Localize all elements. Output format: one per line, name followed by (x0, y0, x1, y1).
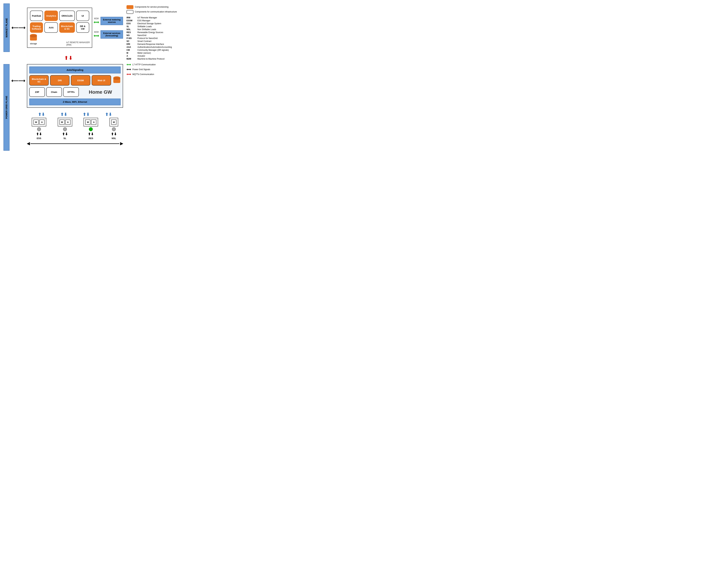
m2m-row-2: M2M ⟺ External services (forecasting) (94, 30, 123, 38)
device-m-res: M (85, 120, 90, 125)
hgw-essm: ESSM (71, 75, 90, 85)
device-circle-sl (63, 127, 67, 131)
device-box-ess: M A (32, 118, 46, 127)
device-box-nsl: M (109, 118, 118, 127)
abbr-sc: SC (127, 40, 136, 43)
def-aaa: AuthenticationAutorizationAccounting (137, 46, 179, 48)
blue-arrows-row: ⬆⬇ ⬆⬇ ⬆⬇ ⬆⬇ (27, 112, 123, 117)
hgw-blockchain: Blockchain & SC (29, 75, 49, 85)
legend-green-arrow: ⟺ (127, 63, 131, 67)
def-dri: Demand-Response Interface (137, 43, 179, 45)
legend-comm-section: ⟺ L7 HTTP Communication ⟺ Power Grid Sig… (127, 63, 179, 76)
m2m-label-1: M2M (94, 17, 99, 20)
irm-box-oracles: ORACLES (59, 10, 75, 21)
irm-box-pubsub: Pub/Sub (30, 10, 43, 21)
red-arrow-container: ⬆⬇ (14, 55, 123, 61)
irm-box-ui: UI (76, 10, 89, 21)
market-main-row: Pub/Sub Analytics ORACLES UI Trading Sof… (27, 8, 123, 48)
market-arrow: ⟵⟶ (11, 25, 25, 31)
devices-section: ⬆⬇ ⬆⬇ ⬆⬇ ⬆⬇ M A (27, 112, 123, 146)
device-unit-ess: M A ⬆⬇ ESS (32, 118, 46, 140)
def-m2m: Machine-to-Machine Protocol (137, 58, 179, 60)
abbr-dri: DRI (127, 43, 136, 45)
lower-zip: Z/IP (29, 87, 45, 97)
def-ng: NanoGrid (137, 34, 179, 36)
blue-arrow-3: ⬆⬇ (83, 112, 89, 117)
device-a-ess: A (39, 120, 45, 125)
market-plane-label: MARKET PLANE (3, 3, 10, 52)
arrow-right-head: ▶ (120, 141, 123, 146)
device-circle-nsl (112, 127, 116, 131)
device-m-ess: M (33, 120, 38, 125)
abbr-m: M (127, 52, 136, 54)
def-a: Actuator (137, 55, 179, 57)
abbr-irm: IRM (127, 17, 136, 19)
m2m-row-1: M2M ⟺ External metering sources (94, 17, 123, 25)
legend-red-arrow: ⟺ (127, 72, 131, 76)
def-sc: Smart Contract (137, 40, 179, 43)
legend-power-label: Power Grid Signals (132, 68, 150, 71)
device-m-nsl: M (111, 120, 116, 125)
device-arrows-sl: ⬆⬇ (62, 132, 68, 136)
power-plane-content: AAA/Signaling Blockchain & SC DRI ESSM W… (27, 64, 123, 146)
device-arrows-nsl: ⬆⬇ (111, 132, 117, 136)
m2m-label-2: M2M (94, 31, 99, 33)
power-plane-label: POWER GRID PLANE (3, 64, 9, 151)
storage-cylinder (30, 35, 37, 41)
market-plane-section: MARKET PLANE ⟵⟶ Pub/Sub Analytics ORACLE… (3, 3, 123, 52)
blue-arrow-2: ⬆⬇ (60, 112, 67, 117)
arrow-left-head: ◀ (27, 141, 30, 146)
device-label-ess: ESS (37, 137, 41, 140)
abbr-essm: ESSM (127, 19, 136, 22)
abbr-ng: NG (127, 34, 136, 36)
legend-white-swatch (127, 10, 133, 14)
irm-box-analytics: Analytics (44, 10, 58, 21)
def-essm: ESS Manager (137, 19, 179, 22)
device-unit-nsl: M ⬆⬇ NSL (109, 118, 118, 140)
device-label-res: RES (88, 137, 93, 140)
device-box-sl: M A (58, 118, 72, 127)
right-legend: Components for service provisioning Comp… (127, 3, 179, 151)
legend-l7-label: L7 HTTP Communication (132, 63, 156, 66)
irm-box-aaa: AAA (44, 22, 58, 33)
abbr-ess: ESS (127, 22, 136, 25)
abbr-aaa: AAA (127, 46, 136, 48)
abbr-m2m: M2M (127, 58, 136, 60)
blue-arrow-4: ⬆⬇ (105, 112, 112, 117)
bottom-horiz-arrow: ◀ ▶ (27, 141, 123, 146)
lower-https: HTTPs (63, 87, 79, 97)
device-label-sl: SL (63, 137, 67, 140)
m2m-arrow-1: ⟺ (94, 20, 99, 25)
def-m: Meter (sensor) (137, 52, 179, 54)
hgw-webui: Web UI (92, 75, 111, 85)
irm-title: IoT REMOTE MANAGER (IRM) (66, 41, 90, 46)
irm-box-drcm: DR & CM (76, 22, 89, 33)
def-res: Renewable Energy Sources (137, 31, 179, 34)
power-plane-section: POWER GRID PLANE ⟵⟶ AAA/Signaling Blockc… (3, 64, 123, 151)
legend-l7-row: ⟺ L7 HTTP Communication (127, 63, 179, 67)
device-a-res: A (91, 120, 96, 125)
zwave-bar: Z-Wave, WiFi, Ethernet (29, 99, 121, 105)
left-side: MARKET PLANE ⟵⟶ Pub/Sub Analytics ORACLE… (3, 3, 123, 151)
external-metering-box: External metering sources (101, 17, 123, 25)
legend-orange-label: Components for service provisioning (135, 6, 168, 8)
abbr-nsl: NSL (127, 28, 136, 31)
irm-grid-row1: Pub/Sub Analytics ORACLES UI Trading Sof… (30, 10, 89, 33)
lower-row: Z/IP Chain HTTPs Home GW (29, 87, 121, 97)
home-gw-orange-boxes: Blockchain & SC DRI ESSM Web UI (29, 75, 111, 85)
legend-black-arrow: ⟺ (127, 68, 131, 71)
device-unit-res: M A ⬆⬇ RES (83, 118, 98, 140)
abbr-res: RES (127, 31, 136, 34)
def-png: Protocol for NanoGrid (137, 37, 179, 39)
m2m-arrow-2: ⟺ (94, 34, 99, 38)
home-gw-container: AAA/Signaling Blockchain & SC DRI ESSM W… (27, 64, 123, 108)
legend-white-row: Components for communication infrastruct… (127, 10, 179, 14)
legend-abbr-table: IRM IoT Remote Manager ESSM ESS Manager … (127, 17, 179, 60)
device-circle-ess (37, 127, 41, 131)
external-services-box: External services (forecasting) (101, 30, 123, 38)
def-sl: Shiftable Loads (137, 25, 179, 28)
legend-orange-row: Components for service provisioning (127, 5, 179, 9)
storage-icon: storage (30, 35, 37, 45)
device-m-sl: M (59, 120, 64, 125)
main-container: MARKET PLANE ⟵⟶ Pub/Sub Analytics ORACLE… (3, 3, 179, 151)
